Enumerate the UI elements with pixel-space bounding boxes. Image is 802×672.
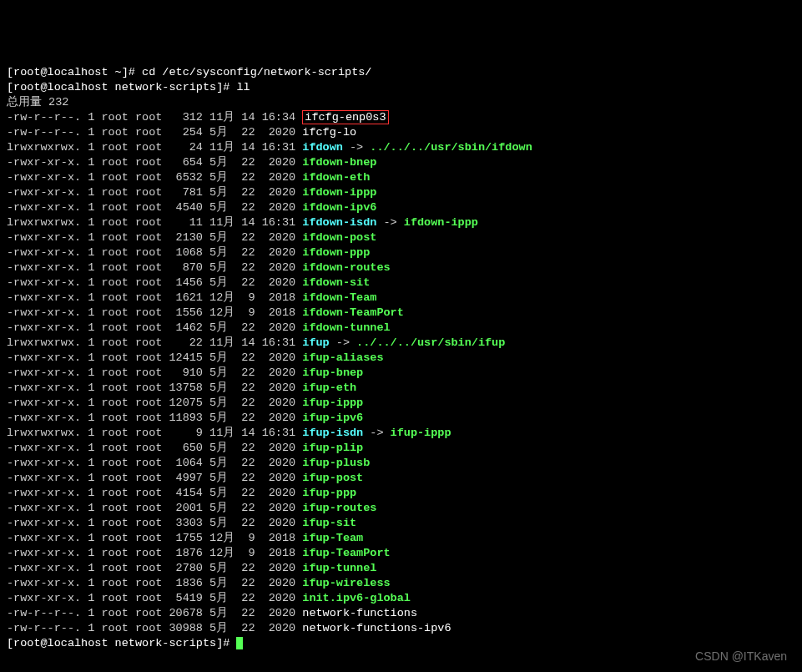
file-permissions: -rwxr-xr-x. — [7, 457, 81, 469]
symlink-target: ../../../usr/sbin/ifdown — [370, 141, 532, 154]
file-name: ifup-routes — [302, 502, 376, 514]
file-name: ifdown-eth — [302, 171, 370, 184]
file-name: ifdown-ippp — [302, 186, 376, 199]
file-permissions: -rw-r--r--. — [7, 607, 81, 619]
csdn-watermark: CSDN @ITKaven — [695, 649, 787, 664]
file-permissions: -rwxr-xr-x. — [7, 321, 81, 334]
file-name: ifdown-post — [302, 231, 376, 244]
symlink-target: ifdown-ippp — [404, 216, 478, 229]
file-name: ifcfg-lo — [302, 126, 356, 139]
file-name: ifup-ipv6 — [302, 412, 363, 424]
file-permissions: -rwxr-xr-x. — [7, 306, 81, 319]
symlink-target: ../../../usr/sbin/ifup — [356, 336, 505, 349]
file-name: ifup-Team — [302, 532, 363, 544]
command-text: cd /etc/sysconfig/network-scripts/ — [142, 66, 371, 78]
shell-prompt: [root@localhost network-scripts]# — [7, 637, 236, 649]
symlink-target: ifup-ippp — [391, 427, 451, 439]
file-permissions: -rwxr-xr-x. — [7, 517, 81, 529]
file-name: ifdown-ppp — [302, 246, 370, 259]
file-permissions: -rwxr-xr-x. — [7, 201, 81, 214]
file-name: ifup-tunnel — [302, 562, 376, 574]
file-name: ifdown-routes — [302, 261, 390, 274]
file-name: init.ipv6-global — [302, 592, 411, 604]
file-name: ifdown-ipv6 — [302, 201, 376, 214]
file-name: ifup-wireless — [302, 577, 390, 589]
total-line: 总用量 232 — [7, 96, 68, 109]
file-permissions: -rwxr-xr-x. — [7, 351, 81, 364]
file-name: ifdown — [302, 141, 343, 154]
file-name: ifup-bnep — [302, 366, 363, 379]
file-name: ifup-ppp — [302, 487, 356, 499]
file-name: ifup-isdn — [302, 427, 363, 439]
shell-prompt: [root@localhost network-scripts]# — [7, 81, 236, 93]
file-permissions: lrwxrwxrwx. — [7, 216, 81, 229]
symlink-arrow: -> — [343, 141, 370, 154]
file-name: ifdown-sit — [302, 276, 370, 289]
file-name: network-functions — [302, 607, 417, 619]
symlink-arrow: -> — [376, 216, 403, 229]
file-permissions: lrwxrwxrwx. — [7, 427, 81, 439]
highlighted-file: ifcfg-enp0s3 — [302, 110, 388, 124]
file-permissions: -rwxr-xr-x. — [7, 231, 81, 244]
file-permissions: -rwxr-xr-x. — [7, 532, 81, 544]
file-name: ifup-eth — [302, 381, 356, 394]
file-permissions: -rwxr-xr-x. — [7, 186, 81, 199]
file-permissions: -rwxr-xr-x. — [7, 472, 81, 484]
file-name: ifdown-isdn — [302, 216, 376, 229]
shell-prompt: [root@localhost ~]# — [7, 66, 142, 78]
file-name: ifup-TeamPort — [302, 547, 390, 559]
file-name: ifdown-bnep — [302, 156, 376, 169]
file-permissions: -rwxr-xr-x. — [7, 291, 81, 304]
file-permissions: -rwxr-xr-x. — [7, 487, 81, 499]
file-permissions: -rwxr-xr-x. — [7, 412, 81, 424]
file-name: ifdown-tunnel — [302, 321, 390, 334]
file-name: ifup-ippp — [302, 397, 363, 409]
file-permissions: -rw-r--r--. — [7, 622, 81, 634]
symlink-arrow: -> — [363, 427, 390, 439]
file-permissions: -rwxr-xr-x. — [7, 276, 81, 289]
file-permissions: -rwxr-xr-x. — [7, 171, 81, 184]
file-permissions: -rwxr-xr-x. — [7, 246, 81, 259]
file-permissions: -rwxr-xr-x. — [7, 592, 81, 604]
file-permissions: -rwxr-xr-x. — [7, 547, 81, 559]
file-permissions: -rwxr-xr-x. — [7, 442, 81, 454]
file-name: ifup — [302, 336, 329, 349]
cursor-icon — [236, 637, 243, 649]
file-name: ifup-plusb — [302, 457, 370, 469]
file-permissions: -rw-r--r--. — [7, 126, 81, 139]
file-name: ifup-aliases — [302, 351, 383, 364]
file-permissions: lrwxrwxrwx. — [7, 141, 81, 154]
file-permissions: lrwxrwxrwx. — [7, 336, 81, 349]
file-name: ifcfg-enp0s3 — [305, 111, 386, 124]
file-permissions: -rwxr-xr-x. — [7, 261, 81, 274]
file-name: network-functions-ipv6 — [302, 622, 451, 634]
file-name: ifup-plip — [302, 442, 363, 454]
file-permissions: -rwxr-xr-x. — [7, 502, 81, 514]
file-permissions: -rwxr-xr-x. — [7, 366, 81, 379]
file-permissions: -rwxr-xr-x. — [7, 156, 81, 169]
file-permissions: -rwxr-xr-x. — [7, 381, 81, 394]
file-name: ifdown-Team — [302, 291, 376, 304]
file-name: ifdown-TeamPort — [302, 306, 404, 319]
command-text: ll — [236, 81, 250, 93]
file-permissions: -rwxr-xr-x. — [7, 577, 81, 589]
file-permissions: -rwxr-xr-x. — [7, 562, 81, 574]
file-name: ifup-post — [302, 472, 363, 484]
file-permissions: -rw-r--r--. — [7, 111, 81, 124]
symlink-arrow: -> — [330, 336, 356, 349]
terminal-output[interactable]: [root@localhost ~]# cd /etc/sysconfig/ne… — [7, 65, 795, 651]
file-name: ifup-sit — [302, 517, 356, 529]
file-permissions: -rwxr-xr-x. — [7, 397, 81, 409]
